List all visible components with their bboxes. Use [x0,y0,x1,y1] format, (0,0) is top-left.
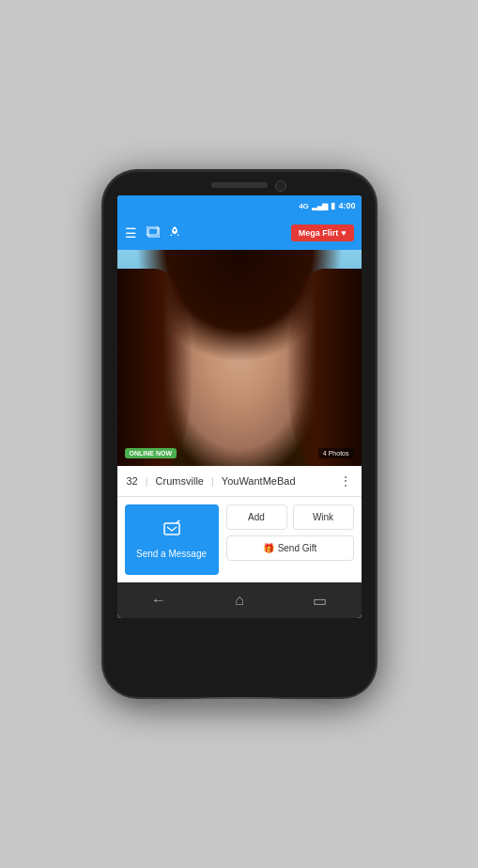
right-actions: Add Wink 🎁 Send Gift [226,504,354,575]
mega-flirt-heart-icon: ♥ [341,228,346,238]
svg-rect-3 [164,523,179,535]
chat-icon[interactable] [146,226,160,240]
phone-speaker [211,182,268,188]
svg-point-2 [173,228,175,230]
send-message-button[interactable]: Send a Message [125,504,219,575]
send-gift-label: Send Gift [278,543,317,553]
send-message-icon [162,520,181,544]
profile-image: ONLINE NOW 4 Photos [117,250,362,466]
send-message-label: Send a Message [136,548,207,560]
gift-icon: 🎁 [263,543,274,553]
profile-city: Crumsville [156,475,204,487]
online-badge: ONLINE NOW [125,448,177,458]
more-options-icon[interactable]: ⋮ [339,473,352,488]
signal-bars-icon: ▂▄▆ [312,202,329,210]
mega-flirt-button[interactable]: Mega Flirt ♥ [291,225,354,241]
status-bar: 4G ▂▄▆ ▮ 4:00 [117,195,362,216]
profile-info-bar: 32 | Crumsville | YouWantMeBad ⋮ [117,466,362,497]
phone-reflection [146,697,333,725]
battery-icon: ▮ [331,201,335,210]
signal-text: 4G [299,202,309,210]
home-nav-icon[interactable]: ⌂ [235,592,244,609]
phone-device: 4G ▂▄▆ ▮ 4:00 ☰ [103,171,376,697]
phone-screen: 4G ▂▄▆ ▮ 4:00 ☰ [117,195,362,618]
send-gift-button[interactable]: 🎁 Send Gift [226,535,354,561]
back-nav-icon[interactable]: ← [151,592,166,609]
rocket-icon[interactable] [169,225,180,241]
profile-age: 32 [127,475,138,487]
add-button[interactable]: Add [226,504,287,530]
hair-right [286,269,362,466]
time-display: 4:00 [338,201,355,210]
top-right-actions: Add Wink [226,504,354,530]
hair-left [117,269,193,466]
actions-area: Send a Message Add Wink 🎁 Send Gift [117,497,362,582]
menu-icon[interactable]: ☰ [125,225,137,240]
profile-username: YouWantMeBad [222,475,339,487]
status-icons: 4G ▂▄▆ ▮ 4:00 [299,201,355,210]
app-bar: ☰ Mega Flirt ♥ [117,216,362,250]
wink-button[interactable]: Wink [293,504,354,530]
mega-flirt-label: Mega Flirt [299,228,339,238]
navigation-bar: ← ⌂ ▭ [117,582,362,618]
recent-nav-icon[interactable]: ▭ [313,592,327,610]
photos-badge: 4 Photos [318,448,354,458]
